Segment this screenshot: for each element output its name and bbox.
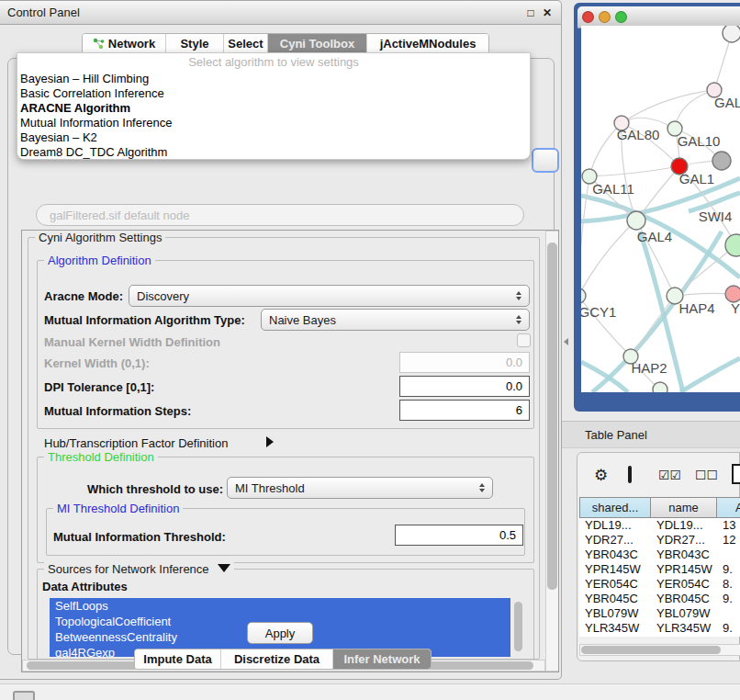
status-strip [0,683,740,700]
column-header-name[interactable]: name [651,497,717,518]
sources-collapse-icon[interactable] [218,564,230,572]
which-threshold-label: Which threshold to use: [87,482,223,496]
columns-icon[interactable] [628,466,632,483]
dpi-tolerance-field[interactable]: 0.0 [399,376,530,397]
table-cell: YBR045C [579,592,651,606]
algorithm-combobox-fragment[interactable] [532,148,559,173]
table-select-value: galFiltered.sif default node [50,209,189,222]
hub-definition-label: Hub/Transcription Factor Definition [44,436,228,450]
control-panel-tabbar: NetworkStyleSelectCyni ToolboxjActiveMNo… [82,33,489,54]
algorithm-option[interactable]: ARACNE Algorithm [17,101,530,116]
zoom-traffic-light[interactable] [615,11,627,23]
table-row[interactable]: YLR345WYLR345W9. [579,621,740,636]
mi-steps-label: Mutual Information Steps: [44,404,191,418]
tab-label: Cyni Toolbox [280,37,354,51]
settings-vscrollbar-thumb[interactable] [547,243,557,590]
table-cell: YBL079W [651,606,717,621]
export-table-icon[interactable] [732,464,740,484]
splitter-arrow-icon[interactable] [564,338,568,345]
network-view-window: GALGAL80GAL10GAL1GAL11GAL4SWI4GCY1HAP4YH… [574,3,740,412]
node-label: GAL1 [679,171,714,186]
table-row[interactable]: YBL079WYBL079W [579,606,740,621]
apply-button[interactable]: Apply [247,622,313,644]
table-row[interactable]: YPR145WYPR145W9. [579,562,740,577]
table-row[interactable]: YDR27...YDR27...12 [579,533,740,548]
select-all-columns-icon[interactable]: ☑☑ [658,468,681,482]
aracne-mode-value: Discovery [137,289,189,303]
tab-select[interactable]: Select [224,34,268,53]
table-panel: ⚙ ☑☑ ☐☐ shared... name A YDL19...YDL19..… [577,452,740,661]
table-cell: 9 [717,636,740,637]
column-header-partial[interactable]: A [717,497,740,518]
table-cell: YDR27... [651,533,717,548]
which-threshold-value: MI Threshold [235,481,305,495]
table-row[interactable]: YER054CYER054C8. [579,577,740,592]
which-threshold-combobox[interactable]: MI Threshold [227,477,493,499]
table-cell: YDL19... [579,518,651,533]
table-row[interactable]: YDL19...YDL19...13 [579,518,740,533]
tab-label: Discretize Data [234,652,320,666]
table-select-combobox[interactable]: galFiltered.sif default node [36,204,524,226]
deselect-all-columns-icon[interactable]: ☐☐ [695,468,718,482]
control-panel-titlebar: Control Panel □ ✕ [0,1,561,25]
hub-expand-icon[interactable] [266,436,274,447]
tab-jactivemnodules[interactable]: jActiveMNodules [367,34,488,53]
table-panel-titlebar: Table Panel [562,421,740,448]
window-title: Control Panel [7,6,80,19]
mi-steps-field[interactable]: 6 [399,400,530,421]
table-cell: 9. [717,562,740,577]
network-node[interactable] [723,26,740,42]
bottom-tab-impute-data[interactable]: Impute Data [135,649,221,669]
column-header-shared-name[interactable]: shared... [579,497,651,518]
network-node-gcy1[interactable] [581,288,586,303]
algorithm-option[interactable]: Basic Correlation Inference [17,86,530,101]
data-attribute-item[interactable]: SelfLoops [50,598,510,614]
node-label: GAL11 [592,181,634,197]
table-row[interactable]: YBR045CYBR045C9. [579,592,740,606]
tab-label: Select [228,37,263,51]
aracne-mode-combobox[interactable]: Discovery [129,285,530,307]
table-cell [717,606,740,621]
table-row[interactable]: YIL052CYIL052C9 [579,636,740,637]
algorithm-option[interactable]: Bayesian – Hill Climbing [17,72,530,86]
algorithm-option[interactable]: Dream8 DC_TDC Algorithm [17,145,530,160]
tab-label: Infer Network [343,652,420,666]
table-cell: YBR043C [579,548,651,562]
kernel-width-field[interactable]: 0.0 [399,352,530,373]
minimized-panel-icon[interactable] [13,691,35,700]
bottom-tab-discretize-data[interactable]: Discretize Data [221,649,333,669]
table-hscrollbar-thumb[interactable] [581,646,721,654]
float-window-icon[interactable]: □ [524,6,537,19]
manual-kernel-label: Manual Kernel Width Definition [44,335,220,349]
algorithm-option[interactable]: Bayesian – K2 [17,130,530,145]
mi-type-label: Mutual Information Algorithm Type: [44,313,245,327]
node-label: GAL4 [637,229,672,244]
tab-network[interactable]: Network [83,34,166,53]
table-cell [717,548,740,562]
node-label: HAP4 [678,300,714,316]
close-traffic-light[interactable] [582,11,594,23]
network-node[interactable] [653,382,667,392]
attributes-scrollbar-thumb[interactable] [514,602,522,651]
mi-threshold-value: 0.5 [499,528,516,542]
bottom-tab-infer-network[interactable]: Infer Network [333,649,431,669]
table-cell: YBR043C [651,548,717,562]
manual-kernel-checkbox[interactable] [517,333,531,347]
table-row[interactable]: YBR043CYBR043C [579,548,740,562]
network-tab-icon [93,38,105,50]
network-node-swi4[interactable] [725,234,740,256]
table-cell: YIL052C [651,636,717,637]
minimize-traffic-light[interactable] [599,11,611,23]
network-canvas[interactable]: GALGAL80GAL10GAL1GAL11GAL4SWI4GCY1HAP4YH… [581,26,740,392]
mi-threshold-field[interactable]: 0.5 [395,525,523,546]
gear-icon[interactable]: ⚙ [594,466,608,485]
network-node-gal4[interactable] [627,211,645,230]
network-node[interactable] [712,152,731,170]
tab-cyni-toolbox[interactable]: Cyni Toolbox [268,34,367,53]
tab-style[interactable]: Style [166,34,224,53]
table-cell: YDR27... [579,533,651,548]
algorithm-option[interactable]: Mutual Information Inference [17,116,530,130]
mi-type-combobox[interactable]: Naive Bayes [261,309,530,331]
sources-title-text: Sources for Network Inference [48,562,209,576]
close-icon[interactable]: ✕ [541,6,554,19]
